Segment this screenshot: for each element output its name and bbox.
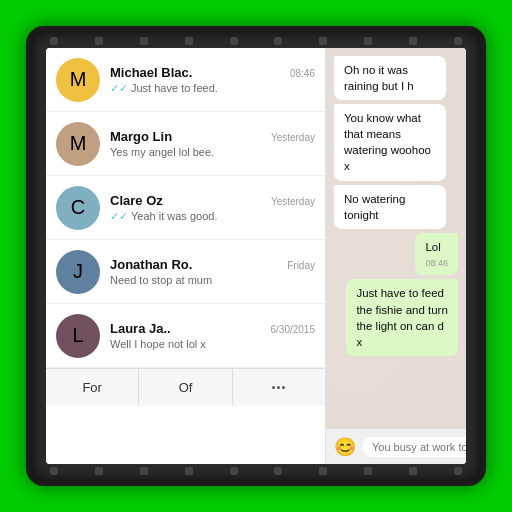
preview-text-clare: Yeah it was good. bbox=[131, 210, 217, 222]
frame-dot bbox=[95, 37, 103, 45]
avatar-clare: C bbox=[56, 186, 100, 230]
avatar-jonathan: J bbox=[56, 250, 100, 294]
message-bubble-msg2: You know what that means watering woohoo… bbox=[334, 104, 446, 180]
tick-icon: ✓✓ bbox=[110, 210, 128, 223]
preview-text-jonathan: Need to stop at mum bbox=[110, 274, 212, 286]
frame-dot bbox=[185, 37, 193, 45]
chat-item-clare[interactable]: C Clare Oz Yesterday ✓✓ Yeah it was good… bbox=[46, 176, 325, 240]
chat-header-laura: Laura Ja.. 6/30/2015 bbox=[110, 321, 315, 336]
chat-header-jonathan: Jonathan Ro. Friday bbox=[110, 257, 315, 272]
frame-dot bbox=[454, 467, 462, 475]
msg-text-msg5: Just have to feed the fishie and turn th… bbox=[356, 287, 447, 347]
frame-dot bbox=[140, 467, 148, 475]
input-area: 😊 bbox=[326, 428, 466, 464]
message-input[interactable] bbox=[362, 437, 466, 457]
chat-info-michael: Michael Blac. 08:46 ✓✓ Just have to feed… bbox=[110, 65, 315, 95]
frame-dot bbox=[319, 37, 327, 45]
chat-item-michael[interactable]: M Michael Blac. 08:46 ✓✓ Just have to fe… bbox=[46, 48, 325, 112]
chat-name-laura: Laura Ja.. bbox=[110, 321, 171, 336]
frame-dot bbox=[50, 37, 58, 45]
chat-header-michael: Michael Blac. 08:46 bbox=[110, 65, 315, 80]
message-bubble-msg1: Oh no it was raining but I h bbox=[334, 56, 446, 100]
msg-text-msg4: Lol bbox=[425, 241, 440, 253]
chat-item-laura[interactable]: L Laura Ja.. 6/30/2015 Well I hope not l… bbox=[46, 304, 325, 368]
messages-area: Oh no it was raining but I hYou know wha… bbox=[326, 48, 466, 428]
tab-dot bbox=[277, 386, 280, 389]
chat-info-clare: Clare Oz Yesterday ✓✓ Yeah it was good. bbox=[110, 193, 315, 223]
avatar-margo: M bbox=[56, 122, 100, 166]
chat-name-clare: Clare Oz bbox=[110, 193, 163, 208]
chat-preview-clare: ✓✓ Yeah it was good. bbox=[110, 210, 315, 223]
frame-dot bbox=[409, 467, 417, 475]
chat-name-michael: Michael Blac. bbox=[110, 65, 192, 80]
preview-text-margo: Yes my angel lol bee. bbox=[110, 146, 214, 158]
chat-list: M Michael Blac. 08:46 ✓✓ Just have to fe… bbox=[46, 48, 326, 464]
chat-time-michael: 08:46 bbox=[290, 68, 315, 79]
tab-of-label: Of bbox=[179, 380, 193, 395]
chat-item-jonathan[interactable]: J Jonathan Ro. Friday Need to stop at mu… bbox=[46, 240, 325, 304]
message-bubble-msg5: Just have to feed the fishie and turn th… bbox=[346, 279, 458, 355]
chat-time-jonathan: Friday bbox=[287, 260, 315, 271]
chat-window: Oh no it was raining but I hYou know wha… bbox=[326, 48, 466, 464]
tab-bar: For Of bbox=[46, 368, 325, 406]
tab-dot bbox=[272, 386, 275, 389]
frame-dot bbox=[274, 37, 282, 45]
chat-name-margo: Margo Lin bbox=[110, 129, 172, 144]
tab-for-label: For bbox=[82, 380, 102, 395]
avatar-laura: L bbox=[56, 314, 100, 358]
tab-for[interactable]: For bbox=[46, 369, 139, 406]
frame-dot bbox=[230, 37, 238, 45]
chat-header-clare: Clare Oz Yesterday bbox=[110, 193, 315, 208]
frame-dot bbox=[409, 37, 417, 45]
chat-preview-michael: ✓✓ Just have to feed. bbox=[110, 82, 315, 95]
chat-time-margo: Yesterday bbox=[271, 132, 315, 143]
msg-text-msg3: No watering tonight bbox=[344, 193, 405, 221]
msg-text-msg2: You know what that means watering woohoo… bbox=[344, 112, 431, 172]
frame-dots-bottom bbox=[32, 462, 480, 480]
tab-of[interactable]: Of bbox=[139, 369, 232, 406]
frame-dots-top bbox=[32, 32, 480, 50]
preview-text-laura: Well I hope not lol x bbox=[110, 338, 206, 350]
chat-info-laura: Laura Ja.. 6/30/2015 Well I hope not lol… bbox=[110, 321, 315, 350]
frame-dot bbox=[185, 467, 193, 475]
chat-preview-margo: Yes my angel lol bee. bbox=[110, 146, 315, 158]
chat-info-margo: Margo Lin Yesterday Yes my angel lol bee… bbox=[110, 129, 315, 158]
tab-more-dots bbox=[272, 386, 285, 389]
chat-preview-jonathan: Need to stop at mum bbox=[110, 274, 315, 286]
msg-time-msg4: 08:46 bbox=[425, 257, 448, 270]
chat-item-margo[interactable]: M Margo Lin Yesterday Yes my angel lol b… bbox=[46, 112, 325, 176]
msg-text-msg1: Oh no it was raining but I h bbox=[344, 64, 414, 92]
frame-dot bbox=[140, 37, 148, 45]
chat-header-margo: Margo Lin Yesterday bbox=[110, 129, 315, 144]
message-bubble-msg3: No watering tonight bbox=[334, 185, 446, 229]
msg-meta-msg4: 08:46 bbox=[425, 257, 448, 270]
chat-preview-laura: Well I hope not lol x bbox=[110, 338, 315, 350]
tab-more[interactable] bbox=[233, 369, 325, 406]
avatar-michael: M bbox=[56, 58, 100, 102]
chat-time-clare: Yesterday bbox=[271, 196, 315, 207]
frame-dot bbox=[50, 467, 58, 475]
frame-dot bbox=[274, 467, 282, 475]
frame-dot bbox=[230, 467, 238, 475]
chat-name-jonathan: Jonathan Ro. bbox=[110, 257, 192, 272]
frame-dot bbox=[454, 37, 462, 45]
message-bubble-msg4: Lol 08:46 bbox=[415, 233, 458, 276]
preview-text-michael: Just have to feed. bbox=[131, 82, 218, 94]
phone-frame: M Michael Blac. 08:46 ✓✓ Just have to fe… bbox=[26, 26, 486, 486]
tick-icon: ✓✓ bbox=[110, 82, 128, 95]
frame-dot bbox=[364, 37, 372, 45]
chat-time-laura: 6/30/2015 bbox=[271, 324, 316, 335]
frame-dot bbox=[319, 467, 327, 475]
frame-dot bbox=[364, 467, 372, 475]
frame-dot bbox=[95, 467, 103, 475]
screen: M Michael Blac. 08:46 ✓✓ Just have to fe… bbox=[46, 48, 466, 464]
emoji-button[interactable]: 😊 bbox=[334, 436, 356, 458]
tab-dot bbox=[282, 386, 285, 389]
chat-info-jonathan: Jonathan Ro. Friday Need to stop at mum bbox=[110, 257, 315, 286]
